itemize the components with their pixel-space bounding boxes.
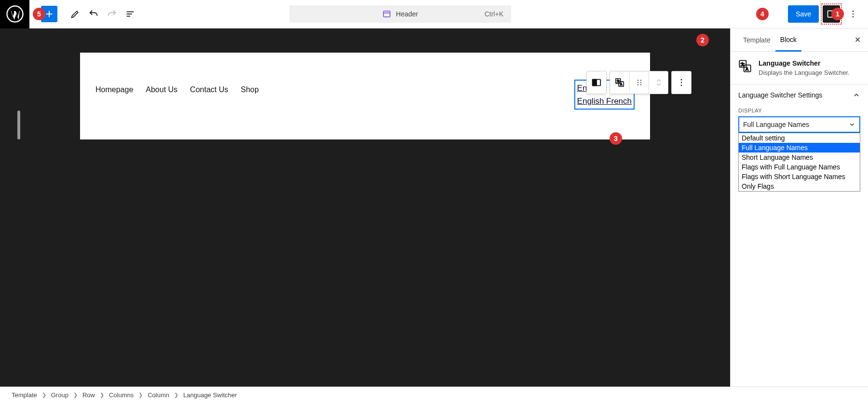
breadcrumb-item[interactable]: Row — [82, 391, 95, 399]
svg-point-27 — [681, 85, 682, 86]
display-select[interactable]: Full Language Names — [738, 116, 860, 133]
shortcut-hint: Ctrl+K — [485, 10, 503, 18]
dropdown-option[interactable]: Default setting — [739, 133, 860, 143]
settings-sidebar: Template Block ✕ 文A Language Switcher Di… — [730, 28, 868, 387]
list-view-button[interactable] — [121, 5, 139, 23]
chevron-right-icon: ❯ — [174, 392, 178, 398]
block-breadcrumb: Template❯ Group❯ Row❯ Columns❯ Column❯ L… — [0, 387, 868, 403]
sidebar-tabs: Template Block ✕ — [731, 28, 868, 52]
wordpress-logo[interactable] — [0, 0, 29, 28]
block-more-button[interactable] — [672, 71, 691, 94]
nav-item[interactable]: Shop — [241, 85, 258, 94]
template-name: Header — [396, 10, 418, 18]
block-parent-button[interactable] — [587, 71, 606, 94]
chevron-right-icon: ❯ — [100, 392, 104, 398]
nav-item[interactable]: About Us — [146, 85, 177, 94]
svg-point-26 — [681, 82, 682, 83]
svg-point-10 — [853, 11, 854, 12]
svg-point-21 — [637, 82, 638, 83]
block-description: Displays the Language Switcher. — [759, 69, 850, 76]
svg-point-23 — [637, 84, 638, 85]
svg-point-24 — [640, 84, 641, 85]
svg-point-22 — [640, 82, 641, 83]
block-type-button[interactable]: 文A — [610, 71, 629, 94]
nav-item[interactable]: Homepage — [95, 85, 133, 94]
annotation-badge-2: 2 — [696, 34, 709, 46]
lang-line: English French — [577, 95, 632, 108]
breadcrumb-item[interactable]: Group — [51, 391, 68, 399]
svg-point-25 — [681, 79, 682, 81]
block-title: Language Switcher — [759, 59, 850, 67]
block-move-arrows[interactable] — [649, 71, 668, 94]
resize-handle-left[interactable] — [17, 111, 20, 139]
svg-rect-6 — [383, 11, 390, 17]
nav-menu: Homepage About Us Contact Us Shop — [95, 85, 259, 94]
chevron-up-icon — [853, 91, 860, 99]
svg-point-11 — [853, 14, 854, 15]
display-dropdown: Default setting Full Language Names Shor… — [738, 133, 860, 192]
template-selector[interactable]: Header Ctrl+K — [289, 5, 511, 23]
section-title: Language Switcher Settings — [738, 91, 822, 99]
header-icon — [382, 10, 391, 18]
block-toolbar: 文A — [586, 71, 692, 94]
svg-rect-14 — [593, 80, 597, 86]
svg-text:A: A — [620, 83, 623, 86]
section-toggle[interactable]: Language Switcher Settings — [738, 91, 860, 99]
annotation-badge-4: 4 — [756, 8, 769, 20]
select-value: Full Language Names — [743, 121, 809, 128]
breadcrumb-item[interactable]: Template — [12, 391, 37, 399]
breadcrumb-item[interactable]: Columns — [109, 391, 134, 399]
dropdown-option[interactable]: Short Language Names — [739, 153, 860, 162]
tab-template[interactable]: Template — [738, 29, 775, 51]
breadcrumb-item[interactable]: Column — [148, 391, 169, 399]
dropdown-option[interactable]: Flags with Full Language Names — [739, 162, 860, 172]
block-drag-handle[interactable] — [629, 71, 649, 94]
svg-point-19 — [637, 80, 638, 81]
annotation-badge-3: 3 — [610, 132, 622, 145]
svg-point-20 — [640, 80, 641, 81]
breadcrumb-item[interactable]: Language Switcher — [183, 391, 237, 399]
header-preview[interactable]: Homepage About Us Contact Us Shop Englis… — [80, 53, 650, 139]
editor-canvas[interactable]: 文A Homepage About Us Contact Us S — [0, 28, 730, 387]
redo-button[interactable] — [103, 5, 121, 23]
svg-text:文: 文 — [741, 62, 745, 67]
top-toolbar: Header Ctrl+K Save — [0, 0, 868, 28]
nav-item[interactable]: Contact Us — [190, 85, 228, 94]
svg-text:A: A — [746, 67, 748, 71]
annotation-badge-1: 1 — [831, 8, 844, 20]
sidebar-close-button[interactable]: ✕ — [849, 35, 866, 44]
chevron-right-icon: ❯ — [42, 392, 46, 398]
settings-section: Language Switcher Settings Display Full … — [731, 84, 868, 198]
chevron-down-icon — [849, 121, 855, 128]
chevron-right-icon: ❯ — [138, 392, 143, 398]
svg-text:文: 文 — [617, 79, 620, 83]
chevron-right-icon: ❯ — [73, 392, 78, 398]
tab-block[interactable]: Block — [775, 29, 801, 52]
undo-button[interactable] — [84, 5, 103, 23]
dropdown-option[interactable]: Flags with Short Language Names — [739, 172, 860, 181]
more-options-button[interactable] — [844, 5, 862, 23]
svg-point-12 — [853, 16, 854, 18]
language-switcher-icon: 文A — [738, 59, 752, 73]
dropdown-option[interactable]: Full Language Names — [739, 143, 860, 153]
block-info-header: 文A Language Switcher Displays the Langua… — [731, 52, 868, 84]
annotation-badge-5: 5 — [33, 8, 45, 20]
dropdown-option[interactable]: Only Flags — [739, 181, 860, 191]
save-button[interactable]: Save — [788, 5, 819, 23]
edit-tool-button[interactable] — [66, 5, 84, 23]
field-label-display: Display — [738, 108, 860, 113]
